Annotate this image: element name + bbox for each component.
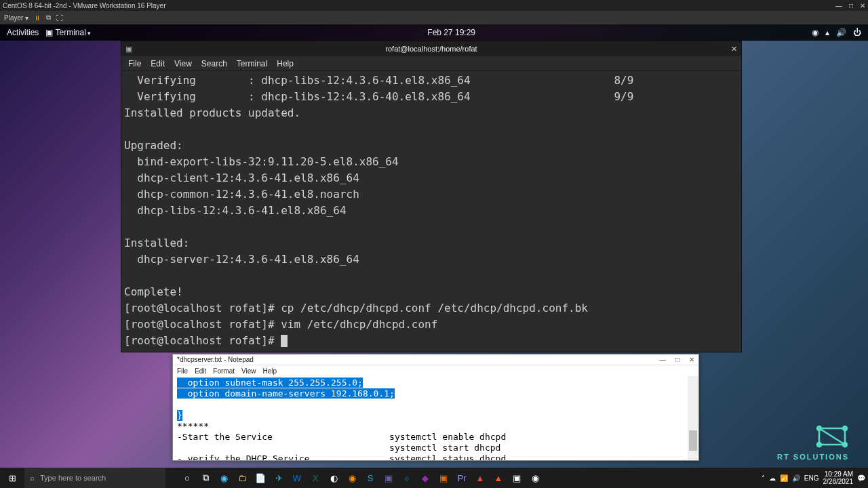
tray-chevron-icon[interactable]: ˄ [762,474,765,482]
tray-lang[interactable]: ENG [804,474,819,482]
app-icon[interactable]: ◉ [527,470,543,486]
notepad-maximize-icon[interactable]: □ [675,356,679,363]
terminal-newtab-icon[interactable]: ▣ [125,45,132,54]
terminal-window: ▣ rofat@localhost:/home/rofat ✕ File Edi… [121,41,742,352]
vs-icon[interactable]: ◆ [417,470,433,486]
brave-icon[interactable]: ▲ [472,470,488,486]
power-icon[interactable]: ⏻ [853,28,861,37]
menu-view[interactable]: View [174,59,192,68]
vscode-icon[interactable]: ⟐ [399,470,415,486]
vmware-minimize-icon[interactable]: — [835,2,842,9]
notepad-title-text: *dhcpserver.txt - Notepad [177,356,254,363]
skype-icon[interactable]: S [362,470,378,486]
accessibility-icon[interactable]: ◉ [812,28,818,37]
cortana-icon[interactable]: ○ [179,470,195,486]
vmware-close-icon[interactable]: ✕ [860,2,865,9]
search-placeholder: Type here to search [40,474,106,482]
notepad-window: *dhcpserver.txt - Notepad — □ ✕ File Edi… [172,354,699,461]
vmware-toolbar: Player ▾ ⏸ ⧉ ⛶ [0,11,868,24]
windows-taskbar: ⊞ ⌕ Type here to search ○ ⧉ ◉ 🗀 📄 ✈ W X … [0,468,868,488]
notepad-menu-help[interactable]: Help [263,367,277,375]
rt-solutions-logo: RT SOLUTIONS [777,424,849,461]
vmware-taskbar-icon[interactable]: ▣ [509,470,525,486]
notepad-menu-format[interactable]: Format [213,367,235,375]
vmware-titlebar: CentOS 8 64-bit -2nd - VMware Workstatio… [0,0,868,11]
taskbar-search[interactable]: ⌕ Type here to search [24,468,165,488]
firefox-icon[interactable]: ◉ [344,470,360,486]
tray-clock[interactable]: 10:29 AM 2/28/2021 [823,470,854,485]
notepad-menu-file[interactable]: File [177,367,188,375]
excel-icon[interactable]: X [307,470,323,486]
volume-icon[interactable]: 🔊 [836,28,846,37]
scrollbar-thumb[interactable] [689,430,697,451]
vmware-title-text: CentOS 8 64-bit -2nd - VMware Workstatio… [3,2,165,9]
vmware-fullscreen-icon[interactable]: ⛶ [56,14,63,22]
notepad-menu-edit[interactable]: Edit [195,367,206,375]
word-icon[interactable]: W [289,470,305,486]
menu-help[interactable]: Help [277,59,294,68]
notepad-icon[interactable]: 📄 [252,470,269,486]
explorer-icon[interactable]: 🗀 [234,470,250,486]
telegram-icon[interactable]: ✈ [271,470,287,486]
tray-notifications-icon[interactable]: 💬 [857,474,865,482]
tray-cloud-icon[interactable]: ☁ [769,474,776,482]
task-view-icon[interactable]: ⧉ [197,470,214,486]
premiere-icon[interactable]: Pr [454,470,470,486]
gnome-activities[interactable]: Activities [7,28,39,37]
gnome-topbar: Activities ▣ Terminal Feb 27 19:29 ◉ ▴ 🔊… [0,24,868,41]
notepad-body[interactable]: option subnet-mask 255.255.255.0; option… [173,376,698,460]
notepad-scrollbar[interactable] [688,376,698,460]
teams-icon[interactable]: ▣ [380,470,397,486]
terminal-body[interactable]: Verifying : dhcp-libs-12:4.3.6-41.el8.x8… [121,71,741,352]
notepad-minimize-icon[interactable]: — [659,356,666,363]
menu-terminal[interactable]: Terminal [237,59,267,68]
chrome-icon[interactable]: ◐ [326,470,342,486]
notepad-close-icon[interactable]: ✕ [689,356,694,363]
terminal-close-icon[interactable]: ✕ [731,45,737,54]
vmware-pause-icon[interactable]: ⏸ [34,14,41,22]
menu-file[interactable]: File [128,59,141,68]
notepad-menubar: File Edit Format View Help [173,365,698,376]
terminal-title-text: rofat@localhost:/home/rofat [385,45,477,53]
tray-wifi-icon[interactable]: 📶 [780,474,788,482]
notepad-menu-view[interactable]: View [241,367,256,375]
edge-icon[interactable]: ◉ [216,470,232,486]
system-tray: ˄ ☁ 📶 🔊 ENG 10:29 AM 2/28/2021 💬 [762,470,868,485]
terminal-menubar: File Edit View Search Terminal Help [121,56,741,71]
gnome-clock[interactable]: Feb 27 19:29 [427,28,475,37]
vmware-snapshot-icon[interactable]: ⧉ [46,14,51,22]
vmware-maximize-icon[interactable]: □ [849,2,853,9]
vmware-player-menu[interactable]: Player ▾ [4,14,28,22]
search-icon: ⌕ [30,474,35,482]
tray-volume-icon[interactable]: 🔊 [792,474,800,482]
vlc-icon[interactable]: ▲ [490,470,507,486]
network-icon[interactable]: ▴ [825,28,829,37]
terminal-titlebar: ▣ rofat@localhost:/home/rofat ✕ [121,41,741,56]
xampp-icon[interactable]: ▣ [435,470,452,486]
notepad-titlebar: *dhcpserver.txt - Notepad — □ ✕ [173,354,698,365]
menu-edit[interactable]: Edit [151,59,165,68]
terminal-cursor [281,335,288,347]
rt-logo-text: RT SOLUTIONS [777,453,849,461]
gnome-appmenu[interactable]: ▣ Terminal [45,28,91,37]
start-button[interactable]: ⊞ [0,468,24,488]
menu-search[interactable]: Search [201,59,227,68]
